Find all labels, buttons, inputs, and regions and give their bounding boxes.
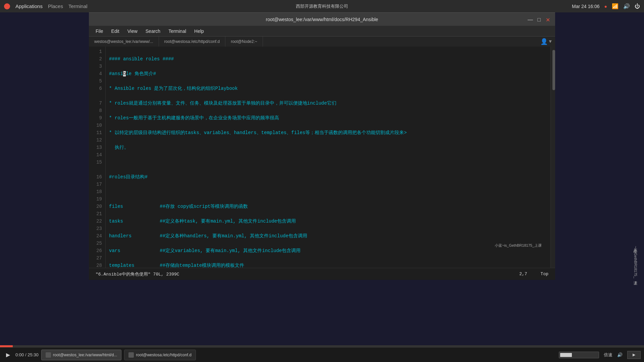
code-line-14: templates ##存储由template模块调用的模板文件 [109,262,547,268]
tab-3[interactable]: root@Node2:~ [225,37,263,47]
taskbar-volume-icon[interactable]: 🔊 [617,352,623,357]
ln-10: 10 [94,122,102,129]
tab-1[interactable]: westos@westos_lee:/var/www/... [89,37,159,47]
wifi-icon: 📶 [612,3,619,9]
menu-file[interactable]: File [92,27,107,35]
maximize-button[interactable]: □ [536,17,542,22]
ln-9: 9 [94,114,102,122]
time-duration: 25:30 [28,352,39,357]
tab-3-label: root@Node2:~ [231,39,257,44]
ln-26: 26 [94,247,102,254]
code-line-12: handlers ##定义各种handlers, 要有main.yml, 其他文… [109,232,547,240]
places-label[interactable]: Places [48,3,63,9]
volume-icon: 🔊 [623,3,630,9]
tab-1-label: westos@westos_lee:/var/www/... [94,39,153,44]
code-line-3: * Ansible roles 是为了层次化，结构化的组织Playbook [109,85,547,92]
code-line-10: files ##存放 copy或script等模块调用的函数 [109,203,547,210]
menu-help[interactable]: Help [191,27,207,35]
ln-12: 12 [94,136,102,144]
ln-1: 1 [94,48,102,55]
code-line-6: * 以特定的层级目录结构进行组织的tasks、variables、handler… [109,129,547,136]
menu-search[interactable]: Search [142,27,164,35]
window-1-icon [46,352,51,358]
tab-2[interactable]: root@westosa:/etc/httpd/conf.d [159,37,226,47]
app-name-label[interactable]: Applications [15,3,43,9]
code-line-8: #roles目录结构# [109,173,547,181]
datetime-label: Mar 24 16:06 [572,4,600,9]
terminal-window: root@westos_lee:/var/www/html/docs/RH294… [89,12,555,280]
ln-18: 18 [94,188,102,195]
code-content[interactable]: #### ansible roles #### #ansible 角色简介# *… [106,47,550,268]
ln-2: 2 [94,55,102,63]
code-line-7 [109,159,547,166]
tab-bar: westos@westos_lee:/var/www/... root@west… [89,37,555,47]
system-bar-right: Mar 24 16:06 ● 📶 🔊 ⏻ [572,3,640,9]
time-box-text: ▶ [633,353,635,357]
tab-2-label: root@westosa:/etc/httpd/conf.d [164,39,220,44]
line-numbers: 1 2 3 4 5 6 7 8 9 10 11 12 13 14 15 16 1… [89,47,106,268]
minimize-button[interactable]: — [528,17,533,22]
code-line-9 [109,188,547,195]
ln-3: 3 [94,63,102,70]
ln-27: 27 [94,254,102,262]
status-bar: "6.Ansible中的角色使用" 70L, 2399C 2,7 Top [89,268,555,280]
window-controls: — □ ✕ [528,17,550,22]
cursor-position: 2,7 [519,272,527,277]
taskbar: ▶ 0:00 / 25:30 root@westos_lee:/var/www/… [0,347,644,362]
power-icon: ⏻ [635,3,640,9]
ln-28: 28 [94,262,102,268]
window-title: root@westos_lee:/var/www/html/docs/RH294… [266,17,378,22]
scrollbar-thumb[interactable] [552,50,555,90]
menu-view[interactable]: View [124,27,141,35]
terminal-label[interactable]: Terminal [68,3,88,9]
ln-15b [94,166,102,173]
ln-19: 19 [94,195,102,203]
volume-bar[interactable] [559,352,599,358]
taskbar-window-2-label: root@westosa:/etc/httpd/conf.d [136,353,192,357]
video-time: 0:00 / 25:30 [15,352,39,357]
code-line-1: #### ansible roles #### [109,55,547,63]
ln-6b [94,92,102,100]
time-display-box: ▶ [627,351,641,359]
menu-terminal[interactable]: Terminal [165,27,190,35]
code-line-6b: 执行。 [109,144,547,151]
system-bar: Applications Places Terminal 西部开源教育科技有限公… [0,0,644,12]
scroll-position: Top [541,272,548,277]
ln-13: 13 [94,144,102,151]
code-line-2: #ansible 角色简介# [109,70,547,77]
ln-23: 23 [94,225,102,232]
ln-11: 11 [94,129,102,136]
app-icon [4,3,10,9]
ln-22: 22 [94,218,102,225]
close-button[interactable]: ✕ [545,17,550,22]
side-annotation: 小蓝~is_GethBR18175_上课 [495,243,542,248]
taskbar-window-1[interactable]: root@westos_lee:/var/www/html/d... [41,350,122,360]
code-line-11: tasks ##定义各种task, 要有main.yml, 其他文件includ… [109,218,547,225]
menu-edit[interactable]: Edit [108,27,123,35]
code-line-4: * roles就是通过分别将变量、文件、任务、模块及处理器放置于单独的目录中，并… [109,100,547,107]
taskbar-window-1-label: root@westos_lee:/var/www/html/d... [53,353,117,357]
side-note-text: 小蓝~is_GethBR18175_上课 [633,246,638,278]
ln-24: 24 [94,232,102,240]
ln-6: 6 [94,85,102,92]
speed-label[interactable]: 倍速 [604,352,612,358]
terminal-titlebar: root@westos_lee:/var/www/html/docs/RH294… [89,12,555,26]
ln-5: 5 [94,77,102,85]
file-info: "6.Ansible中的角色使用" 70L, 2399C [96,271,179,277]
ln-8: 8 [94,107,102,114]
taskbar-window-2[interactable]: root@westosa:/etc/httpd/conf.d [124,350,196,360]
ln-17: 17 [94,181,102,188]
ln-7: 7 [94,100,102,107]
ln-15: 15 [94,159,102,166]
volume-fill [560,353,572,357]
editor-area: 1 2 3 4 5 6 7 8 9 10 11 12 13 14 15 16 1… [89,47,555,268]
play-button[interactable]: ▶ [3,350,13,359]
system-bar-left: Applications Places Terminal [4,3,88,9]
ln-25: 25 [94,240,102,247]
tab-expand-icon[interactable]: ▼ [549,39,552,44]
ln-20: 20 [94,203,102,210]
code-line-5: * roles一般用于基于主机构建服务的场景中，在企业业务场景中应用的频率很高 [109,114,547,122]
status-right: 2,7 Top [519,272,548,277]
tab-user-area: 👤 ▼ [540,37,555,47]
ln-14: 14 [94,151,102,159]
